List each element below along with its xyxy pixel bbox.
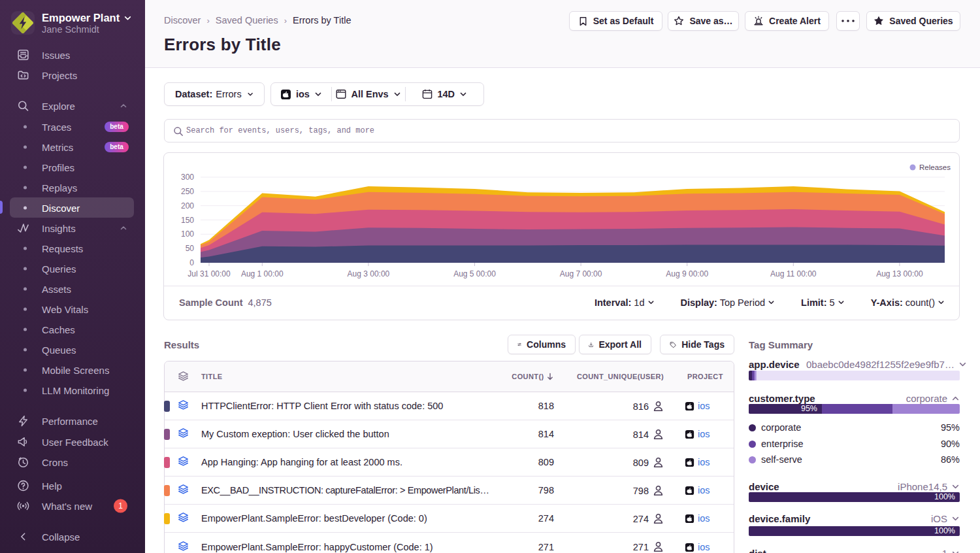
svg-text:0: 0 [189, 258, 194, 267]
svg-text:150: 150 [181, 216, 194, 225]
svg-text:Aug 9 00:00: Aug 9 00:00 [666, 269, 708, 278]
svg-text:Aug 13 00:00: Aug 13 00:00 [876, 269, 923, 278]
svg-text:250: 250 [181, 187, 194, 196]
svg-text:Aug 5 00:00: Aug 5 00:00 [453, 269, 496, 278]
svg-text:Jul 31 00:00: Jul 31 00:00 [188, 269, 231, 278]
svg-text:Aug 3 00:00: Aug 3 00:00 [348, 269, 390, 278]
svg-text:Aug 11 00:00: Aug 11 00:00 [770, 269, 817, 278]
svg-text:Aug 7 00:00: Aug 7 00:00 [560, 269, 602, 278]
svg-text:300: 300 [181, 173, 194, 182]
svg-text:50: 50 [186, 244, 195, 253]
svg-text:Aug 1 00:00: Aug 1 00:00 [241, 269, 284, 278]
svg-text:Releases: Releases [919, 163, 951, 171]
svg-text:200: 200 [181, 201, 194, 210]
svg-text:100: 100 [181, 229, 194, 239]
